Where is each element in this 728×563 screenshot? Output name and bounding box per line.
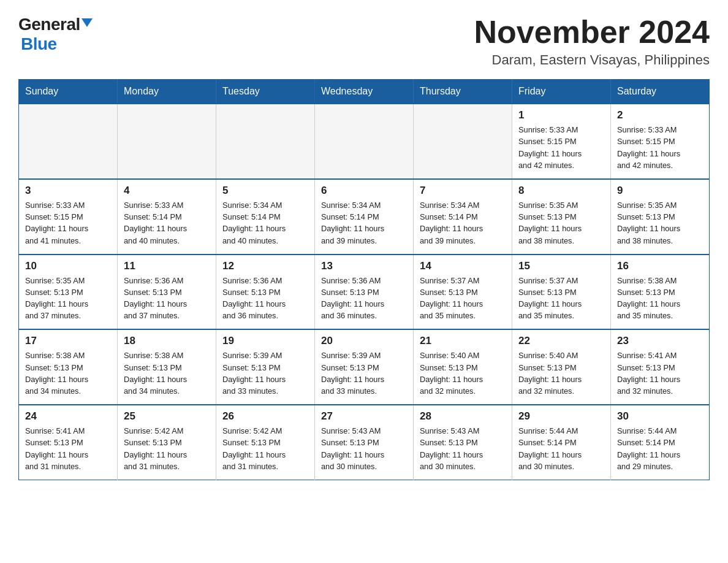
day-number: 9 <box>617 185 703 197</box>
calendar-cell: 2Sunrise: 5:33 AMSunset: 5:15 PMDaylight… <box>611 104 710 179</box>
calendar-cell: 13Sunrise: 5:36 AMSunset: 5:13 PMDayligh… <box>315 255 414 330</box>
calendar-cell <box>315 104 414 179</box>
calendar-cell: 16Sunrise: 5:38 AMSunset: 5:13 PMDayligh… <box>611 255 710 330</box>
day-number: 2 <box>617 109 703 121</box>
day-info: Sunrise: 5:40 AMSunset: 5:13 PMDaylight:… <box>420 350 506 397</box>
calendar-cell: 15Sunrise: 5:37 AMSunset: 5:13 PMDayligh… <box>512 255 611 330</box>
day-info: Sunrise: 5:33 AMSunset: 5:15 PMDaylight:… <box>25 199 111 247</box>
calendar-cell: 28Sunrise: 5:43 AMSunset: 5:13 PMDayligh… <box>414 405 512 480</box>
calendar-table: SundayMondayTuesdayWednesdayThursdayFrid… <box>18 79 710 480</box>
day-number: 12 <box>222 260 308 272</box>
calendar-subtitle: Daram, Eastern Visayas, Philippines <box>474 52 710 68</box>
day-info: Sunrise: 5:39 AMSunset: 5:13 PMDaylight:… <box>222 350 308 397</box>
day-number: 17 <box>25 335 111 347</box>
day-info: Sunrise: 5:43 AMSunset: 5:13 PMDaylight:… <box>420 425 506 472</box>
day-info: Sunrise: 5:33 AMSunset: 5:15 PMDaylight:… <box>518 124 604 171</box>
day-info: Sunrise: 5:44 AMSunset: 5:14 PMDaylight:… <box>518 425 604 472</box>
day-number: 13 <box>321 260 407 272</box>
calendar-cell: 26Sunrise: 5:42 AMSunset: 5:13 PMDayligh… <box>216 405 315 480</box>
day-info: Sunrise: 5:36 AMSunset: 5:13 PMDaylight:… <box>124 275 210 322</box>
calendar-cell: 22Sunrise: 5:40 AMSunset: 5:13 PMDayligh… <box>512 329 611 405</box>
calendar-cell: 4Sunrise: 5:33 AMSunset: 5:14 PMDaylight… <box>118 179 216 255</box>
calendar-cell: 7Sunrise: 5:34 AMSunset: 5:14 PMDaylight… <box>414 179 512 255</box>
day-number: 25 <box>124 410 210 423</box>
day-number: 6 <box>321 185 407 197</box>
day-info: Sunrise: 5:38 AMSunset: 5:13 PMDaylight:… <box>25 350 111 397</box>
calendar-cell: 29Sunrise: 5:44 AMSunset: 5:14 PMDayligh… <box>512 405 611 480</box>
calendar-cell: 10Sunrise: 5:35 AMSunset: 5:13 PMDayligh… <box>19 255 118 330</box>
day-info: Sunrise: 5:33 AMSunset: 5:15 PMDaylight:… <box>617 124 703 171</box>
day-info: Sunrise: 5:35 AMSunset: 5:13 PMDaylight:… <box>617 199 703 247</box>
calendar-cell: 19Sunrise: 5:39 AMSunset: 5:13 PMDayligh… <box>216 329 315 405</box>
calendar-header: SundayMondayTuesdayWednesdayThursdayFrid… <box>19 80 710 104</box>
day-number: 16 <box>617 260 703 272</box>
day-info: Sunrise: 5:36 AMSunset: 5:13 PMDaylight:… <box>321 275 407 322</box>
day-info: Sunrise: 5:34 AMSunset: 5:14 PMDaylight:… <box>420 199 506 247</box>
day-number: 5 <box>222 185 308 197</box>
calendar-cell: 17Sunrise: 5:38 AMSunset: 5:13 PMDayligh… <box>19 329 118 405</box>
calendar-cell: 6Sunrise: 5:34 AMSunset: 5:14 PMDaylight… <box>315 179 414 255</box>
logo-triangle-icon <box>82 18 93 27</box>
weekday-header-friday: Friday <box>512 80 611 104</box>
calendar-cell: 30Sunrise: 5:44 AMSunset: 5:14 PMDayligh… <box>611 405 710 480</box>
day-info: Sunrise: 5:35 AMSunset: 5:13 PMDaylight:… <box>518 199 604 247</box>
day-info: Sunrise: 5:42 AMSunset: 5:13 PMDaylight:… <box>124 425 210 472</box>
calendar-cell: 20Sunrise: 5:39 AMSunset: 5:13 PMDayligh… <box>315 329 414 405</box>
day-info: Sunrise: 5:42 AMSunset: 5:13 PMDaylight:… <box>222 425 308 472</box>
day-info: Sunrise: 5:34 AMSunset: 5:14 PMDaylight:… <box>222 199 308 247</box>
logo-general: General <box>18 15 80 34</box>
calendar-cell: 12Sunrise: 5:36 AMSunset: 5:13 PMDayligh… <box>216 255 315 330</box>
calendar-cell <box>216 104 315 179</box>
day-info: Sunrise: 5:38 AMSunset: 5:13 PMDaylight:… <box>124 350 210 397</box>
logo: General Blue <box>18 15 93 54</box>
weekday-header-saturday: Saturday <box>611 80 710 104</box>
day-number: 10 <box>25 260 111 272</box>
calendar-cell: 8Sunrise: 5:35 AMSunset: 5:13 PMDaylight… <box>512 179 611 255</box>
day-number: 26 <box>222 410 308 423</box>
day-number: 21 <box>420 335 506 347</box>
day-number: 18 <box>124 335 210 347</box>
day-number: 24 <box>25 410 111 423</box>
day-number: 19 <box>222 335 308 347</box>
day-number: 7 <box>420 185 506 197</box>
weekday-header-tuesday: Tuesday <box>216 80 315 104</box>
day-number: 29 <box>518 410 604 423</box>
day-number: 15 <box>518 260 604 272</box>
day-info: Sunrise: 5:41 AMSunset: 5:13 PMDaylight:… <box>25 425 111 472</box>
day-number: 8 <box>518 185 604 197</box>
weekday-header-sunday: Sunday <box>19 80 118 104</box>
page-header: General Blue November 2024 Daram, Easter… <box>18 15 710 68</box>
day-number: 22 <box>518 335 604 347</box>
day-number: 28 <box>420 410 506 423</box>
calendar-cell: 1Sunrise: 5:33 AMSunset: 5:15 PMDaylight… <box>512 104 611 179</box>
day-info: Sunrise: 5:37 AMSunset: 5:13 PMDaylight:… <box>420 275 506 322</box>
weekday-header-wednesday: Wednesday <box>315 80 414 104</box>
weekday-header-thursday: Thursday <box>414 80 512 104</box>
calendar-cell: 27Sunrise: 5:43 AMSunset: 5:13 PMDayligh… <box>315 405 414 480</box>
day-number: 11 <box>124 260 210 272</box>
calendar-cell <box>19 104 118 179</box>
calendar-week-3: 10Sunrise: 5:35 AMSunset: 5:13 PMDayligh… <box>19 255 710 330</box>
day-number: 27 <box>321 410 407 423</box>
calendar-week-1: 1Sunrise: 5:33 AMSunset: 5:15 PMDaylight… <box>19 104 710 179</box>
day-number: 4 <box>124 185 210 197</box>
day-info: Sunrise: 5:33 AMSunset: 5:14 PMDaylight:… <box>124 199 210 247</box>
calendar-cell: 5Sunrise: 5:34 AMSunset: 5:14 PMDaylight… <box>216 179 315 255</box>
day-number: 3 <box>25 185 111 197</box>
calendar-title: November 2024 <box>474 15 710 50</box>
day-number: 14 <box>420 260 506 272</box>
calendar-cell: 3Sunrise: 5:33 AMSunset: 5:15 PMDaylight… <box>19 179 118 255</box>
calendar-cell: 11Sunrise: 5:36 AMSunset: 5:13 PMDayligh… <box>118 255 216 330</box>
calendar-cell: 25Sunrise: 5:42 AMSunset: 5:13 PMDayligh… <box>118 405 216 480</box>
calendar-cell: 14Sunrise: 5:37 AMSunset: 5:13 PMDayligh… <box>414 255 512 330</box>
calendar-cell: 21Sunrise: 5:40 AMSunset: 5:13 PMDayligh… <box>414 329 512 405</box>
day-info: Sunrise: 5:40 AMSunset: 5:13 PMDaylight:… <box>518 350 604 397</box>
calendar-cell: 24Sunrise: 5:41 AMSunset: 5:13 PMDayligh… <box>19 405 118 480</box>
calendar-cell: 18Sunrise: 5:38 AMSunset: 5:13 PMDayligh… <box>118 329 216 405</box>
weekday-header-monday: Monday <box>118 80 216 104</box>
day-info: Sunrise: 5:35 AMSunset: 5:13 PMDaylight:… <box>25 275 111 322</box>
day-info: Sunrise: 5:44 AMSunset: 5:14 PMDaylight:… <box>617 425 703 472</box>
day-info: Sunrise: 5:41 AMSunset: 5:13 PMDaylight:… <box>617 350 703 397</box>
day-info: Sunrise: 5:37 AMSunset: 5:13 PMDaylight:… <box>518 275 604 322</box>
calendar-week-5: 24Sunrise: 5:41 AMSunset: 5:13 PMDayligh… <box>19 405 710 480</box>
